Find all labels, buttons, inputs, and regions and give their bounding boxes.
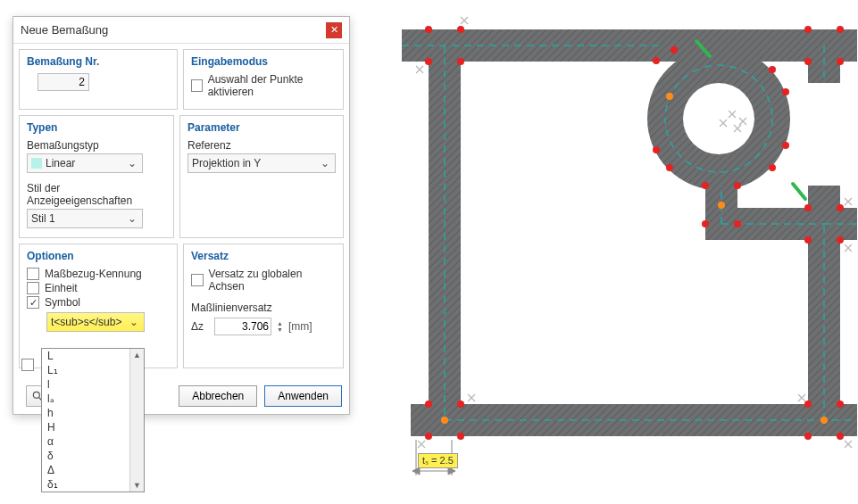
scroll-down-icon: ▼ — [133, 481, 141, 490]
svg-point-39 — [769, 164, 776, 171]
symbol-option[interactable]: Δ — [42, 463, 144, 477]
combo-dim-type[interactable]: Linear ⌄ — [27, 153, 143, 173]
svg-point-32 — [804, 58, 812, 65]
checkbox-symbol[interactable] — [27, 296, 39, 309]
svg-point-21 — [457, 433, 464, 440]
symbol-option[interactable]: lₐ — [42, 392, 144, 406]
label-line-offset: Maßlinienversatz — [191, 302, 336, 314]
svg-point-48 — [718, 202, 725, 209]
checkbox-unit-label: Einheit — [45, 282, 78, 294]
checkbox-point-selection-label: Auswahl der Punkte aktivieren — [208, 73, 336, 98]
svg-point-19 — [457, 401, 464, 408]
group-offset: Versatz Versatz zu globalen Achsen Maßli… — [183, 244, 344, 368]
symbol-option[interactable]: δ₁ — [42, 477, 144, 492]
group-title-options: Optionen — [27, 250, 170, 262]
svg-point-23 — [837, 401, 844, 408]
label-dz-unit: [mm] — [288, 320, 312, 333]
svg-point-29 — [837, 236, 844, 244]
cancel-button[interactable]: Abbrechen — [179, 385, 257, 407]
combo-symbol[interactable]: t<sub>s</sub> ⌄ — [46, 312, 145, 332]
symbol-option[interactable]: α — [42, 434, 144, 449]
label-style: Stil der Anzeigeeigenschaften — [27, 182, 166, 207]
label-dz: Δz — [191, 320, 209, 333]
group-number: Bemaßung Nr. — [19, 49, 178, 110]
svg-point-33 — [837, 58, 844, 65]
checkbox-offset-global-label: Versatz zu globalen Achsen — [209, 268, 336, 293]
svg-point-49 — [666, 93, 673, 100]
spinner-buttons[interactable]: ▲▼ — [277, 320, 283, 333]
label-reference: Referenz — [187, 139, 336, 152]
svg-point-45 — [734, 220, 741, 227]
group-title-offset: Versatz — [191, 250, 336, 262]
group-title-input-mode: Eingabemodus — [191, 55, 336, 68]
combo-reference[interactable]: Projektion in Y ⌄ — [187, 153, 336, 173]
symbol-option[interactable]: L — [42, 349, 144, 363]
titlebar: Neue Bemaßung ✕ — [13, 17, 349, 44]
svg-point-24 — [804, 433, 812, 440]
svg-point-25 — [837, 433, 844, 440]
close-button[interactable]: ✕ — [326, 22, 342, 38]
symbol-option[interactable]: l — [42, 377, 144, 392]
svg-point-28 — [804, 236, 812, 244]
combo-style[interactable]: Stil 1 ⌄ — [27, 209, 143, 228]
svg-point-17 — [457, 58, 464, 65]
svg-point-46 — [441, 417, 448, 424]
svg-point-20 — [425, 433, 432, 440]
checkbox-unit[interactable] — [27, 282, 39, 294]
svg-line-75 — [793, 184, 805, 199]
checkbox-hidden-option[interactable] — [21, 359, 34, 371]
symbol-option[interactable]: h — [42, 406, 144, 420]
combo-reference-value: Projektion in Y — [192, 157, 319, 169]
chevron-down-icon: ⌄ — [126, 157, 138, 169]
cad-preview[interactable] — [402, 7, 857, 502]
svg-point-26 — [804, 204, 812, 211]
svg-point-30 — [804, 26, 812, 33]
chevron-down-icon: ⌄ — [126, 212, 138, 225]
group-title-number: Bemaßung Nr. — [27, 55, 170, 68]
group-types: Typen Bemaßungstyp Linear ⌄ Stil der Anz… — [19, 115, 174, 238]
chevron-down-icon: ⌄ — [128, 316, 140, 328]
svg-point-42 — [702, 182, 709, 189]
svg-point-37 — [782, 88, 789, 95]
combo-style-value: Stil 1 — [31, 212, 126, 225]
dimension-label[interactable]: tₛ = 2.5 — [418, 453, 458, 468]
combo-symbol-value: t<sub>s</sub> — [51, 316, 128, 328]
swatch-icon — [31, 158, 42, 169]
checkbox-symbol-label: Symbol — [45, 296, 80, 309]
svg-point-38 — [782, 142, 789, 149]
svg-point-18 — [425, 401, 432, 408]
svg-point-47 — [821, 417, 828, 424]
dropdown-scrollbar[interactable]: ▲ ▼ — [129, 349, 144, 492]
label-dim-type: Bemaßungstyp — [27, 139, 166, 152]
svg-point-14 — [425, 26, 432, 33]
svg-point-16 — [425, 58, 432, 65]
group-title-parameter: Parameter — [187, 121, 336, 134]
symbol-option[interactable]: H — [42, 420, 144, 434]
svg-point-40 — [666, 164, 673, 171]
dimension-number-input[interactable] — [37, 73, 89, 91]
svg-point-27 — [837, 204, 844, 211]
apply-button[interactable]: Anwenden — [264, 385, 342, 407]
symbol-option[interactable]: L₁ — [42, 363, 144, 377]
group-input-mode: Eingabemodus Auswahl der Punkte aktivier… — [183, 49, 344, 110]
svg-point-36 — [769, 66, 776, 73]
chevron-down-icon: ⌄ — [319, 157, 331, 169]
checkbox-datum-label: Maßbezug-Kennung — [45, 268, 142, 280]
checkbox-offset-global[interactable] — [191, 274, 204, 286]
svg-point-44 — [702, 220, 709, 227]
svg-point-22 — [804, 401, 812, 408]
dialog-title: Neue Bemaßung — [21, 23, 326, 37]
checkbox-point-selection[interactable] — [191, 79, 203, 92]
checkbox-datum[interactable] — [27, 268, 39, 280]
symbol-dropdown-list: L L₁ l lₐ h H α δ Δ δ₁ ▲ ▼ — [41, 348, 145, 492]
svg-point-35 — [671, 46, 678, 54]
svg-point-0 — [33, 392, 39, 398]
group-title-types: Typen — [27, 121, 166, 134]
input-dz[interactable] — [214, 318, 271, 335]
group-parameter: Parameter Referenz Projektion in Y ⌄ — [179, 115, 344, 238]
scroll-up-icon: ▲ — [133, 351, 141, 359]
symbol-option[interactable]: δ — [42, 449, 144, 463]
svg-point-31 — [837, 26, 844, 33]
svg-point-15 — [457, 26, 464, 33]
combo-dim-type-value: Linear — [46, 157, 126, 169]
